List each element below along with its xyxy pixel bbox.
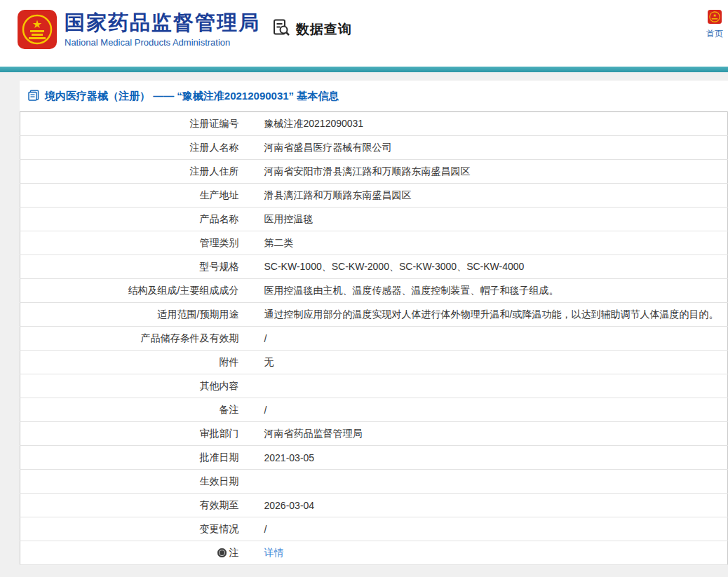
teal-divider-bar xyxy=(0,67,728,72)
table-row: 注 详情 xyxy=(20,541,728,565)
row-label-text: 审批部门 xyxy=(200,428,239,439)
note-icon xyxy=(217,548,227,557)
row-label-text: 注册证编号 xyxy=(190,118,239,129)
row-label-text: 附件 xyxy=(220,356,239,367)
site-header: ★ 国家药品监督管理局 National Medical Products Ad… xyxy=(0,0,728,67)
info-panel: 境内医疗器械（注册） —— “豫械注准20212090031” 基本信息 注册证… xyxy=(20,81,728,565)
home-label: 首页 xyxy=(703,28,727,40)
row-value: SC-KW-1000、SC-KW-2000、SC-KW-3000、SC-KW-4… xyxy=(250,255,728,279)
row-label-text: 管理类别 xyxy=(200,237,239,248)
table-row: 有效期至 2026-03-04 xyxy=(20,494,728,517)
row-label-text: 其他内容 xyxy=(200,380,239,391)
table-row: 结构及组成/主要组成成分 医用控温毯由主机、温度传感器、温度控制装置、帽子和毯子… xyxy=(20,279,728,303)
row-label: 注册人住所 xyxy=(20,160,250,184)
row-label: 变更情况 xyxy=(20,517,250,541)
table-row: 变更情况 / xyxy=(20,517,728,541)
row-label-text: 产品储存条件及有效期 xyxy=(141,332,239,344)
row-label: 管理类别 xyxy=(20,231,250,255)
row-label-text: 结构及组成/主要组成成分 xyxy=(128,285,239,296)
svg-text:★: ★ xyxy=(32,18,42,31)
row-value: 第二类 xyxy=(250,231,728,255)
row-label-text: 备注 xyxy=(220,404,239,415)
row-value: 医用控温毯由主机、温度传感器、温度控制装置、帽子和毯子组成。 xyxy=(250,279,728,303)
table-row: 适用范围/预期用途 通过控制应用部分的温度实现对人体进行体外物理升温和/或降温功… xyxy=(20,303,728,327)
page-title: 境内医疗器械（注册） —— “豫械注准20212090031” 基本信息 xyxy=(20,81,728,111)
row-value: / xyxy=(250,327,728,351)
row-label-text: 批准日期 xyxy=(200,452,239,463)
row-value: / xyxy=(250,517,728,541)
data-query-nav[interactable]: 数据查询 xyxy=(272,18,352,40)
data-query-icon xyxy=(272,18,291,40)
row-label-text: 产品名称 xyxy=(200,213,239,224)
row-label: 生产地址 xyxy=(20,184,250,208)
table-row: 审批部门 河南省药品监督管理局 xyxy=(20,422,728,446)
row-label: 生效日期 xyxy=(20,470,250,494)
row-label-text: 适用范围/预期用途 xyxy=(158,308,239,320)
row-label: 型号规格 xyxy=(20,255,250,279)
brand-block: 国家药品监督管理局 National Medical Products Admi… xyxy=(65,11,260,48)
info-table-body: 注册证编号 豫械注准20212090031 注册人名称 河南省盛昌医疗器械有限公… xyxy=(20,112,728,565)
row-value: / xyxy=(250,398,728,422)
row-value xyxy=(250,470,728,494)
table-row: 产品名称 医用控温毯 xyxy=(20,208,728,231)
row-label: 注册证编号 xyxy=(20,112,250,136)
row-value: 滑县漓江路和万顺路东南盛昌园区 xyxy=(250,184,728,208)
row-label-text: 注册人住所 xyxy=(190,165,239,177)
row-label: 注册人名称 xyxy=(20,136,250,160)
row-value: 2026-03-04 xyxy=(250,494,728,517)
row-label: 产品名称 xyxy=(20,208,250,231)
row-value: 2021-03-05 xyxy=(250,446,728,470)
content-area: 境内医疗器械（注册） —— “豫械注准20212090031” 基本信息 注册证… xyxy=(0,72,728,577)
table-row: 注册人名称 河南省盛昌医疗器械有限公司 xyxy=(20,136,728,160)
row-value: 豫械注准20212090031 xyxy=(250,112,728,136)
row-value: 河南省安阳市滑县漓江路和万顺路东南盛昌园区 xyxy=(250,160,728,184)
nmpa-logo: ★ xyxy=(18,10,57,49)
detail-link[interactable]: 详情 xyxy=(264,547,284,558)
row-label: 备注 xyxy=(20,398,250,422)
row-label-text: 有效期至 xyxy=(200,499,239,510)
row-label: 有效期至 xyxy=(20,494,250,517)
home-emblem-icon: ★ xyxy=(708,14,722,26)
row-label: 注 xyxy=(20,541,250,565)
org-name-en: National Medical Products Administration xyxy=(65,37,260,48)
row-label-text: 型号规格 xyxy=(200,261,239,272)
row-value xyxy=(250,374,728,398)
table-row: 批准日期 2021-03-05 xyxy=(20,446,728,470)
table-row: 产品储存条件及有效期 / xyxy=(20,327,728,351)
page-title-text: 境内医疗器械（注册） —— “豫械注准20212090031” 基本信息 xyxy=(45,90,339,103)
row-label-text: 变更情况 xyxy=(200,523,239,534)
row-label: 其他内容 xyxy=(20,374,250,398)
row-value: 河南省药品监督管理局 xyxy=(250,422,728,446)
row-label-text: 生效日期 xyxy=(200,475,239,487)
national-emblem-icon: ★ xyxy=(18,39,57,51)
row-label: 产品储存条件及有效期 xyxy=(20,327,250,351)
table-row: 注册证编号 豫械注准20212090031 xyxy=(20,112,728,136)
row-value: 无 xyxy=(250,351,728,374)
row-label-text: 生产地址 xyxy=(200,189,239,201)
table-row: 备注 / xyxy=(20,398,728,422)
row-value: 医用控温毯 xyxy=(250,208,728,231)
row-label: 附件 xyxy=(20,351,250,374)
row-label-text: 注册人名称 xyxy=(190,142,239,153)
table-row: 附件 无 xyxy=(20,351,728,374)
row-value: 河南省盛昌医疗器械有限公司 xyxy=(250,136,728,160)
table-row: 注册人住所 河南省安阳市滑县漓江路和万顺路东南盛昌园区 xyxy=(20,160,728,184)
row-label-text: 注 xyxy=(229,547,239,558)
table-row: 其他内容 xyxy=(20,374,728,398)
table-row: 生效日期 xyxy=(20,470,728,494)
home-nav[interactable]: ★ 首页 xyxy=(703,10,727,40)
table-row: 管理类别 第二类 xyxy=(20,231,728,255)
row-label: 审批部门 xyxy=(20,422,250,446)
data-query-label: 数据查询 xyxy=(296,20,352,39)
table-row: 型号规格 SC-KW-1000、SC-KW-2000、SC-KW-3000、SC… xyxy=(20,255,728,279)
org-name-cn: 国家药品监督管理局 xyxy=(65,11,260,35)
registration-info-table: 注册证编号 豫械注准20212090031 注册人名称 河南省盛昌医疗器械有限公… xyxy=(20,111,728,565)
document-icon xyxy=(28,90,39,103)
row-label: 批准日期 xyxy=(20,446,250,470)
row-label: 结构及组成/主要组成成分 xyxy=(20,279,250,303)
row-value: 通过控制应用部分的温度实现对人体进行体外物理升温和/或降温功能，以达到辅助调节人… xyxy=(250,303,728,327)
svg-text:★: ★ xyxy=(713,13,717,18)
table-row: 生产地址 滑县漓江路和万顺路东南盛昌园区 xyxy=(20,184,728,208)
row-label: 适用范围/预期用途 xyxy=(20,303,250,327)
row-value: 详情 xyxy=(250,541,728,565)
